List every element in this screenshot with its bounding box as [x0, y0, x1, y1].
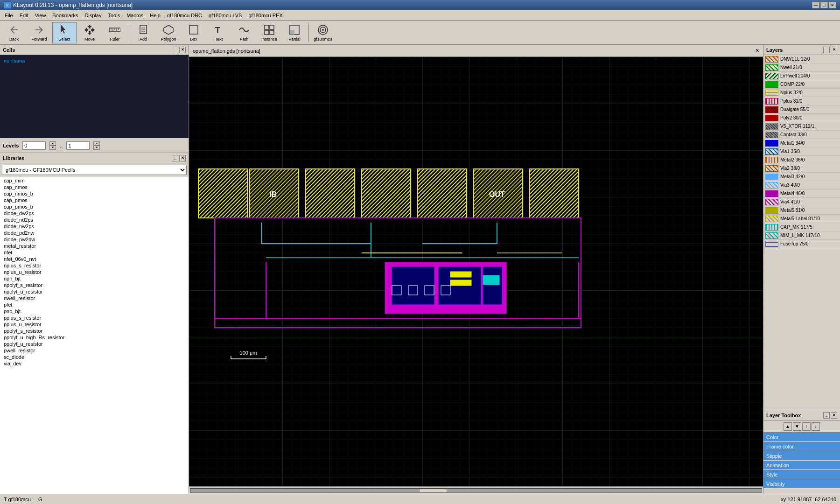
- menu-pex[interactable]: gf180mcu PEX: [245, 12, 285, 19]
- layers-minimize-btn[interactable]: _: [823, 47, 830, 53]
- cell-noritsuna[interactable]: noritsuna: [2, 57, 187, 64]
- gf180mcu-button[interactable]: gf180mcu: [311, 22, 335, 43]
- back-button[interactable]: Back: [2, 22, 26, 43]
- cells-minimize-btn[interactable]: _: [172, 47, 178, 53]
- layer-prop-item[interactable]: Stipple: [763, 451, 840, 461]
- instance-button[interactable]: Instance: [257, 22, 281, 43]
- layer-down-btn[interactable]: ▼: [793, 422, 801, 431]
- libraries-close-btn[interactable]: ✕: [179, 155, 186, 161]
- layer-toolbox-minimize-btn[interactable]: _: [823, 412, 830, 419]
- layer-item[interactable]: Poly2 30/0: [763, 114, 840, 122]
- layer-item[interactable]: Metal4 46/0: [763, 189, 840, 198]
- layer-prop-item[interactable]: Frame color: [763, 442, 840, 451]
- layer-item[interactable]: FuseTop 75/0: [763, 240, 840, 248]
- lib-item[interactable]: nwell_resistor: [1, 295, 188, 301]
- lib-item[interactable]: diode_pw2dw: [1, 236, 188, 243]
- layer-item[interactable]: Contact 33/0: [763, 131, 840, 139]
- minimize-button[interactable]: —: [812, 2, 819, 8]
- layer-item[interactable]: Metal5 Label 81/10: [763, 215, 840, 223]
- lib-item[interactable]: cap_pmos_b: [1, 203, 188, 210]
- layer-item[interactable]: Via3 40/0: [763, 181, 840, 189]
- lib-item[interactable]: nfet: [1, 249, 188, 256]
- lib-item[interactable]: pplus_s_resistor: [1, 315, 188, 321]
- canvas-close-btn[interactable]: ✕: [755, 48, 759, 54]
- add-button[interactable]: Add: [131, 22, 155, 43]
- menu-tools[interactable]: Tools: [105, 12, 123, 19]
- menu-lvs[interactable]: gf180mcu LVS: [206, 12, 245, 19]
- lib-item[interactable]: pplus_u_resistor: [1, 321, 188, 328]
- layer-prop-item[interactable]: Style: [763, 470, 840, 479]
- layer-prop-item[interactable]: Color: [763, 433, 840, 442]
- levels-from-up[interactable]: ▲: [49, 141, 56, 146]
- menu-edit[interactable]: Edit: [17, 12, 31, 19]
- menu-display[interactable]: Display: [82, 12, 104, 19]
- lib-item[interactable]: cap_nmos_b: [1, 190, 188, 197]
- lib-dropdown[interactable]: gf180mcu - GF180MCU Pcells: [2, 165, 187, 175]
- menu-macros[interactable]: Macros: [124, 12, 146, 19]
- layers-close-btn[interactable]: ✕: [831, 47, 837, 53]
- h-scroll-thumb[interactable]: [419, 489, 447, 492]
- lib-item[interactable]: nplus_s_resistor: [1, 262, 188, 269]
- layer-item[interactable]: Metal1 34/0: [763, 139, 840, 147]
- layer-item[interactable]: DNWELL 12/0: [763, 55, 840, 63]
- layer-item[interactable]: CAP_MK 117/5: [763, 223, 840, 231]
- lib-item[interactable]: pwell_resistor: [1, 347, 188, 354]
- box-button[interactable]: Box: [182, 22, 206, 43]
- layer-top-btn[interactable]: ↑: [802, 422, 811, 431]
- levels-to-down[interactable]: ▼: [93, 146, 100, 150]
- layer-item[interactable]: MIM_L_MK 117/10: [763, 231, 840, 240]
- lib-item[interactable]: diode_nd2ps: [1, 217, 188, 223]
- h-scroll-track[interactable]: [190, 488, 762, 493]
- lib-item[interactable]: nfet_06v0_nvt: [1, 256, 188, 262]
- layer-prop-item[interactable]: Visibility: [763, 479, 840, 489]
- layer-item[interactable]: Metal5 81/0: [763, 206, 840, 215]
- layer-item[interactable]: Nwell 21/0: [763, 63, 840, 72]
- lib-item[interactable]: npolyf_s_resistor: [1, 282, 188, 288]
- lib-item[interactable]: cap_nmos: [1, 184, 188, 190]
- layer-item[interactable]: Pplus 31/0: [763, 97, 840, 105]
- close-button[interactable]: ✕: [829, 2, 836, 8]
- levels-to-input[interactable]: [66, 141, 90, 150]
- lib-item[interactable]: npolyf_u_resistor: [1, 288, 188, 295]
- lib-item[interactable]: via_dev: [1, 360, 188, 367]
- layer-item[interactable]: Via4 41/0: [763, 198, 840, 206]
- menu-help[interactable]: Help: [147, 12, 163, 19]
- layer-item[interactable]: Via1 35/0: [763, 147, 840, 156]
- layer-up-btn[interactable]: ▲: [784, 422, 792, 431]
- lib-item[interactable]: ppolyf_u_resistor: [1, 341, 188, 347]
- menu-drc[interactable]: gf180mcu DRC: [164, 12, 205, 19]
- menu-view[interactable]: View: [32, 12, 49, 19]
- polygon-button[interactable]: Polygon: [156, 22, 181, 43]
- layer-item[interactable]: V5_XTOR 112/1: [763, 122, 840, 131]
- path-button[interactable]: Path: [232, 22, 256, 43]
- layer-item[interactable]: Via2 38/0: [763, 164, 840, 173]
- levels-to-up[interactable]: ▲: [93, 141, 100, 146]
- cells-list[interactable]: noritsuna: [0, 55, 189, 138]
- move-button[interactable]: Move: [77, 22, 102, 43]
- lib-item[interactable]: metal_resistor: [1, 243, 188, 249]
- lib-item[interactable]: nplus_u_resistor: [1, 269, 188, 275]
- lib-item[interactable]: pnp_bjt: [1, 308, 188, 315]
- layer-item[interactable]: Metal3 42/0: [763, 173, 840, 181]
- lib-item[interactable]: cap_pmos: [1, 197, 188, 203]
- lib-item[interactable]: pfet: [1, 301, 188, 308]
- libraries-minimize-btn[interactable]: _: [172, 155, 178, 161]
- levels-from-input[interactable]: [22, 141, 46, 150]
- layers-list[interactable]: DNWELL 12/0Nwell 21/0LVPwell 204/0COMP 2…: [763, 55, 840, 410]
- layer-prop-item[interactable]: Animation: [763, 461, 840, 470]
- text-button[interactable]: T Text: [207, 22, 231, 43]
- lib-item[interactable]: cap_mim: [1, 177, 188, 184]
- layer-item[interactable]: LVPwell 204/0: [763, 72, 840, 80]
- maximize-button[interactable]: □: [820, 2, 828, 8]
- levels-from-down[interactable]: ▼: [49, 146, 56, 150]
- h-scrollbar[interactable]: [189, 486, 763, 494]
- layer-item[interactable]: Dualgate 55/0: [763, 105, 840, 114]
- layer-item[interactable]: COMP 22/0: [763, 80, 840, 89]
- cells-close-btn[interactable]: ✕: [179, 47, 186, 53]
- lib-item[interactable]: npn_bjt: [1, 275, 188, 282]
- lib-item[interactable]: ppolyf_u_high_Rs_resistor: [1, 334, 188, 341]
- lib-item[interactable]: diode_pd2nw: [1, 230, 188, 236]
- lib-item[interactable]: diode_nw2ps: [1, 223, 188, 230]
- lib-list[interactable]: cap_mimcap_nmoscap_nmos_bcap_pmoscap_pmo…: [0, 176, 189, 494]
- layer-item[interactable]: Nplus 32/0: [763, 89, 840, 97]
